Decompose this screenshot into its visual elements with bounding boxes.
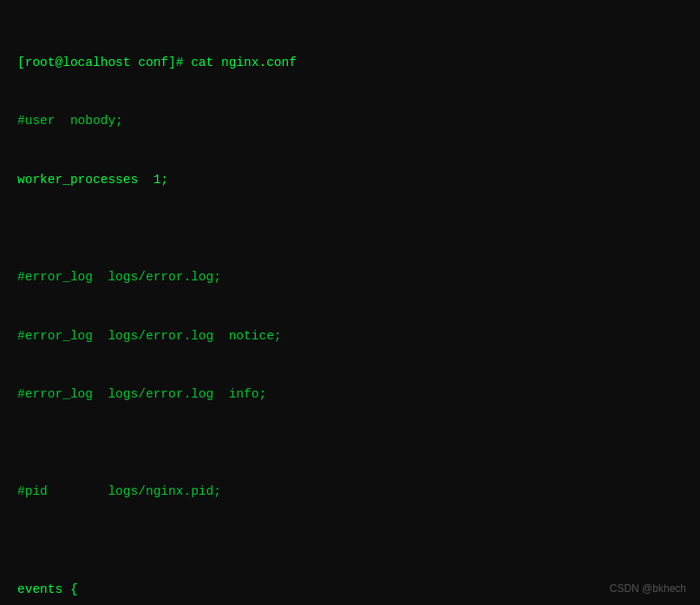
code-line-4: #error_log logs/error.log; [17,267,683,286]
code-content: [root@localhost conf]# cat nginx.conf #u… [17,14,683,605]
terminal-window: [root@localhost conf]# cat nginx.conf #u… [0,0,700,605]
code-line-2: worker_processes 1; [17,170,683,189]
prompt-line: [root@localhost conf]# cat nginx.conf [17,53,683,72]
watermark-text: CSDN @bkhech [610,582,686,595]
code-line-5: #error_log logs/error.log notice; [17,326,683,345]
code-line-6: #error_log logs/error.log info; [17,385,683,404]
code-line-10: events { [17,580,683,599]
code-line-1: #user nobody; [17,111,683,130]
code-line-8: #pid logs/nginx.pid; [17,482,683,501]
